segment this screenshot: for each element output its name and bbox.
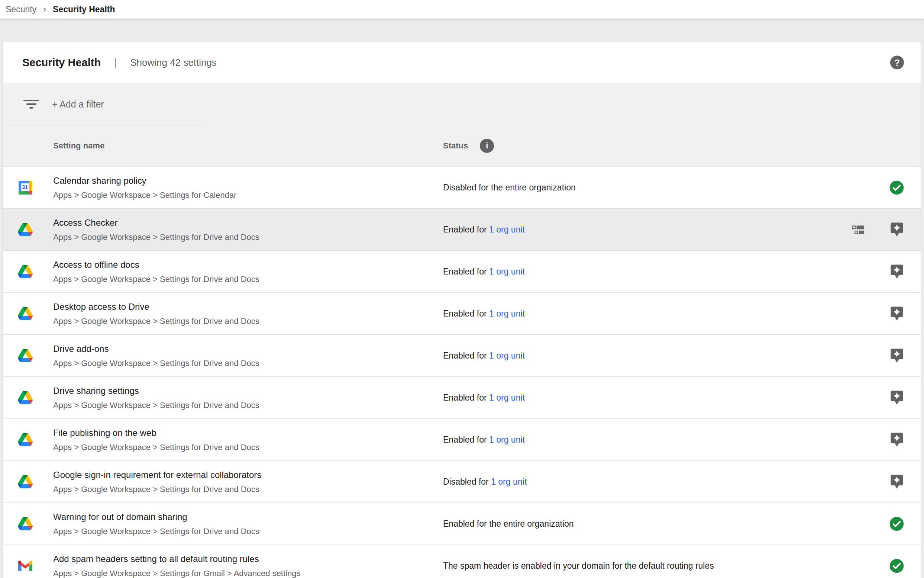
setting-name: Warning for out of domain sharing <box>53 511 259 523</box>
setting-name: Drive add-ons <box>53 343 259 354</box>
page-title: Security Health <box>22 57 101 69</box>
drive-icon <box>18 517 33 530</box>
drive-icon <box>18 391 33 404</box>
title-separator: | <box>114 57 117 68</box>
breadcrumb: Security › Security Health <box>0 0 924 19</box>
setting-name: Add spam headers setting to all default … <box>53 554 300 565</box>
org-unit-scope-icon <box>851 225 864 235</box>
recommendation-badge-icon[interactable] <box>889 474 904 490</box>
table-row[interactable]: 31 Add spam headers setting to all defau… <box>3 544 921 578</box>
table-row[interactable]: 31 Calendar sharing policy Apps > Google… <box>3 166 921 208</box>
org-unit-link[interactable]: 1 org unit <box>489 267 525 276</box>
recommendation-badge-icon[interactable] <box>889 432 904 448</box>
breadcrumb-chevron-icon: › <box>43 4 46 15</box>
status-text: Disabled for the entire organization <box>443 183 576 192</box>
drive-icon <box>18 433 33 446</box>
status-text: Enabled for <box>443 225 489 234</box>
app-icon: 31 <box>18 264 33 279</box>
add-filter-button[interactable]: + Add a filter <box>52 99 104 110</box>
drive-icon <box>18 307 33 320</box>
org-unit-link[interactable]: 1 org unit <box>491 477 527 487</box>
table-row[interactable]: 31 Desktop access to Drive Apps > Google… <box>3 292 921 334</box>
calendar-icon: 31 <box>19 181 32 195</box>
status-cell: The spam header is enabled in your domai… <box>443 561 714 571</box>
setting-path: Apps > Google Workspace > Settings for D… <box>53 317 259 326</box>
setting-path: Apps > Google Workspace > Settings for D… <box>53 527 259 536</box>
info-icon[interactable]: i <box>480 139 494 153</box>
table-row[interactable]: 31 File publishing on the web Apps > Goo… <box>3 419 921 461</box>
status-text: Enabled for <box>443 309 489 318</box>
setting-name: Access Checker <box>53 217 259 228</box>
recommendation-badge-icon[interactable] <box>889 221 904 238</box>
setting-path: Apps > Google Workspace > Settings for D… <box>53 232 259 242</box>
setting-path: Apps > Google Workspace > Settings for C… <box>53 190 237 200</box>
status-text: Enabled for <box>443 267 489 276</box>
status-cell: Disabled for 1 org unit <box>443 477 527 487</box>
gmail-icon <box>18 560 32 571</box>
status-cell: Enabled for 1 org unit <box>443 351 525 361</box>
status-cell: Enabled for 1 org unit <box>443 225 525 235</box>
card-header: Security Health | Showing 42 settings ? <box>3 42 921 83</box>
settings-count: Showing 42 settings <box>130 57 217 68</box>
breadcrumb-current: Security Health <box>53 5 115 15</box>
org-unit-link[interactable]: 1 org unit <box>489 225 525 234</box>
app-icon: 31 <box>18 474 33 489</box>
status-cell: Disabled for the entire organization <box>443 183 576 193</box>
org-unit-link[interactable]: 1 org unit <box>489 309 525 318</box>
status-text: Enabled for <box>443 393 489 403</box>
status-text: Disabled for <box>443 477 491 487</box>
app-icon: 31 <box>18 222 33 237</box>
status-cell: Enabled for 1 org unit <box>443 435 525 445</box>
setting-name: Access to offline docs <box>53 259 259 270</box>
setting-name: Calendar sharing policy <box>53 175 237 186</box>
app-icon: 31 <box>18 558 33 573</box>
setting-name: Google sign-in requirement for external … <box>53 469 261 481</box>
app-icon: 31 <box>18 180 33 195</box>
drive-icon <box>18 349 33 362</box>
drive-icon <box>18 475 33 489</box>
table-row[interactable]: 31 Google sign-in requirement for extern… <box>3 461 921 502</box>
table-row[interactable]: 31 Access to offline docs Apps > Google … <box>3 250 921 292</box>
settings-list: 31 Calendar sharing policy Apps > Google… <box>3 166 921 578</box>
table-row[interactable]: 31 Drive sharing settings Apps > Google … <box>3 377 921 419</box>
status-cell: Enabled for 1 org unit <box>443 393 525 403</box>
recommendation-badge-icon[interactable] <box>889 347 904 364</box>
setting-name: File publishing on the web <box>53 427 259 438</box>
org-unit-link[interactable]: 1 org unit <box>489 351 525 360</box>
recommendation-badge-icon[interactable] <box>889 305 904 322</box>
app-icon: 31 <box>18 348 33 363</box>
column-status: Status i <box>443 139 494 153</box>
column-setting-name: Setting name <box>53 141 104 151</box>
status-cell: Enabled for the entire organization <box>443 519 574 529</box>
table-row[interactable]: 31 Drive add-ons Apps > Google Workspace… <box>3 334 921 377</box>
table-row[interactable]: 31 Access Checker Apps > Google Workspac… <box>3 208 921 250</box>
table-header: Setting name Status i <box>3 125 921 166</box>
status-text: Enabled for <box>443 351 489 360</box>
filter-icon[interactable] <box>23 100 39 109</box>
org-unit-link[interactable]: 1 org unit <box>489 393 525 403</box>
status-ok-icon <box>889 516 904 532</box>
column-status-label: Status <box>443 141 468 151</box>
setting-name: Desktop access to Drive <box>53 301 259 312</box>
setting-path: Apps > Google Workspace > Settings for D… <box>53 274 259 284</box>
filter-bar: + Add a filter <box>3 83 921 125</box>
recommendation-badge-icon[interactable] <box>889 263 904 280</box>
setting-path: Apps > Google Workspace > Settings for G… <box>53 569 300 578</box>
status-cell: Enabled for 1 org unit <box>443 267 525 277</box>
app-icon: 31 <box>18 390 33 405</box>
breadcrumb-parent[interactable]: Security <box>6 5 36 15</box>
table-row[interactable]: 31 Warning for out of domain sharing App… <box>3 502 921 544</box>
drive-icon <box>18 223 33 236</box>
drive-icon <box>18 265 33 278</box>
help-icon[interactable]: ? <box>890 56 904 70</box>
setting-path: Apps > Google Workspace > Settings for D… <box>53 485 261 494</box>
app-icon: 31 <box>18 516 33 531</box>
setting-name: Drive sharing settings <box>53 385 259 396</box>
status-text: The spam header is enabled in your domai… <box>443 561 714 571</box>
recommendation-badge-icon[interactable] <box>889 390 904 406</box>
status-text: Enabled for the entire organization <box>443 519 574 529</box>
status-text: Enabled for <box>443 435 489 445</box>
org-unit-link[interactable]: 1 org unit <box>489 435 525 445</box>
setting-path: Apps > Google Workspace > Settings for D… <box>53 359 259 368</box>
app-icon: 31 <box>18 432 33 447</box>
